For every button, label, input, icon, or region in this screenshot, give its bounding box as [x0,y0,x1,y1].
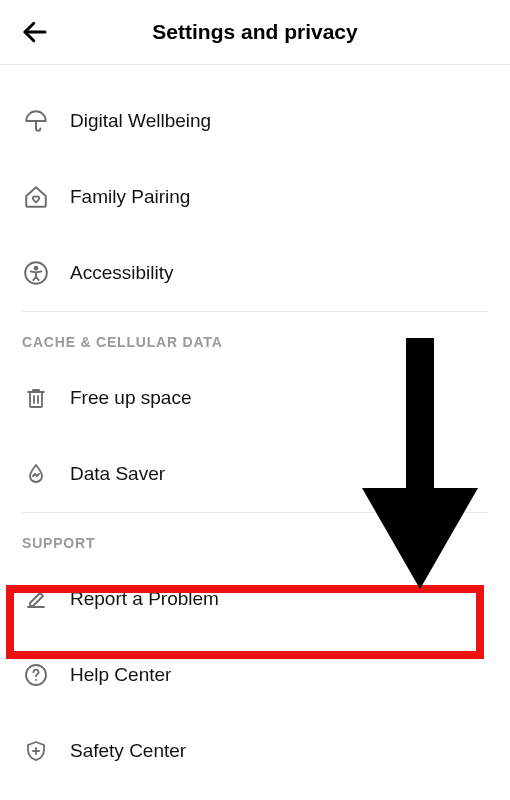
row-label: Safety Center [70,740,186,762]
row-label: Accessibility [70,262,173,284]
row-label: Free up space [70,387,191,409]
section-support: SUPPORT Report a Problem Help Center [0,513,510,789]
svg-point-2 [35,267,38,270]
section-general: Digital Wellbeing Family Pairing Accessi… [0,65,510,311]
home-heart-icon [22,183,50,211]
page-title: Settings and privacy [0,20,510,44]
edit-icon [22,585,50,613]
row-family-pairing[interactable]: Family Pairing [22,159,488,235]
back-button[interactable] [14,11,56,53]
row-label: Report a Problem [70,588,219,610]
droplet-icon [22,460,50,488]
row-accessibility[interactable]: Accessibility [22,235,488,311]
row-digital-wellbeing[interactable]: Digital Wellbeing [22,83,488,159]
accessibility-icon [22,259,50,287]
row-data-saver[interactable]: Data Saver [22,436,488,512]
row-label: Family Pairing [70,186,190,208]
question-circle-icon [22,661,50,689]
section-header-cache: CACHE & CELLULAR DATA [22,312,488,360]
row-label: Help Center [70,664,171,686]
row-label: Digital Wellbeing [70,110,211,132]
arrow-left-icon [20,17,50,47]
shield-plus-icon [22,737,50,765]
section-cache: CACHE & CELLULAR DATA Free up space Data… [0,312,510,512]
row-safety-center[interactable]: Safety Center [22,713,488,789]
umbrella-icon [22,107,50,135]
section-header-support: SUPPORT [22,513,488,561]
header-bar: Settings and privacy [0,0,510,64]
row-free-up-space[interactable]: Free up space [22,360,488,436]
row-label: Data Saver [70,463,165,485]
row-report-a-problem[interactable]: Report a Problem [22,561,488,637]
svg-point-6 [35,679,37,681]
trash-icon [22,384,50,412]
row-help-center[interactable]: Help Center [22,637,488,713]
